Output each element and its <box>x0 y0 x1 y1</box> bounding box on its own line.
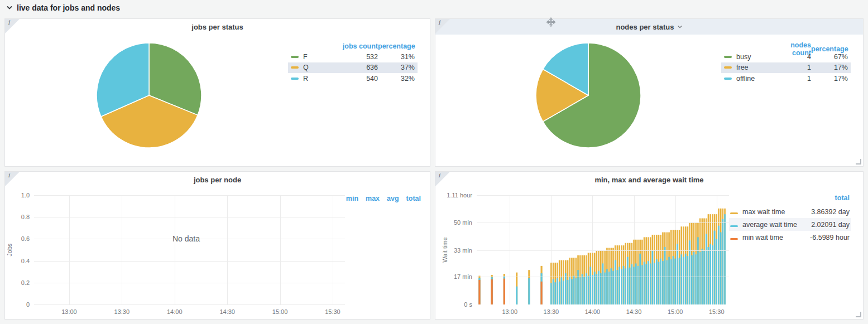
gridline <box>34 283 345 283</box>
legend-link-max[interactable]: max <box>366 195 380 202</box>
series-color-dash-icon <box>730 212 738 214</box>
x-tick-label: 13:00 <box>61 308 77 315</box>
bar-avg <box>703 250 705 304</box>
bar-avg <box>716 239 717 304</box>
bar-avg <box>583 277 585 304</box>
series-name[interactable]: max wait time <box>742 208 811 216</box>
series-color-dash-icon <box>730 238 738 240</box>
series-name[interactable]: average wait time <box>742 221 811 229</box>
bar-avg <box>579 277 581 304</box>
legend-row-F[interactable]: F53231% <box>288 51 418 62</box>
legend-link-total[interactable]: total <box>406 195 421 202</box>
legend-series-label[interactable]: R <box>291 75 338 83</box>
panel-info-corner-icon[interactable]: i <box>5 19 20 33</box>
bar-avg <box>656 259 658 304</box>
panel-title-nodes-per-status[interactable]: nodes per status <box>616 23 674 31</box>
legend-row-max-wait-time[interactable]: max wait time3.86392 day <box>729 205 851 218</box>
bar-avg <box>654 263 655 304</box>
bar-min <box>540 282 542 304</box>
bar-avg <box>639 254 641 304</box>
bar-avg <box>598 271 600 304</box>
nodes-per-status-pie-chart[interactable] <box>535 42 641 148</box>
legend-series-label[interactable]: F <box>291 53 338 61</box>
bar-avg <box>557 278 558 304</box>
series-color-dash-icon <box>724 78 732 80</box>
legend-series-label[interactable]: busy <box>724 53 771 61</box>
bar-avg <box>600 273 602 304</box>
panel-menu-chevron-icon[interactable] <box>677 24 683 30</box>
row-header-live-data[interactable]: live data for jobs and nodes <box>0 0 120 16</box>
bar-avg <box>646 264 648 304</box>
legend-link-min[interactable]: min <box>346 195 358 202</box>
bar-avg <box>718 226 720 304</box>
bar-avg <box>623 266 625 304</box>
series-percentage: 67% <box>811 53 848 61</box>
panel-wait-time: i min, max and average wait time Wait ti… <box>435 171 864 320</box>
series-name: free <box>736 64 749 71</box>
panel-header: jobs per status <box>5 19 430 35</box>
jobs-per-status-legend: jobs countpercentageF53231%Q63637%R54032… <box>288 41 418 84</box>
legend-row-offline[interactable]: offline117% <box>721 73 851 84</box>
legend-column-header[interactable]: total <box>729 194 851 205</box>
y-tick-label: 17 min <box>439 273 472 280</box>
bar-avg <box>565 273 567 304</box>
panel-resize-handle[interactable] <box>856 312 861 317</box>
legend-row-free[interactable]: free117% <box>721 62 851 74</box>
series-count: 1 <box>771 75 811 83</box>
panel-info-corner-icon[interactable]: i <box>435 19 450 33</box>
bar-min <box>478 280 480 304</box>
x-tick-label: 14:00 <box>585 308 601 315</box>
gridline <box>34 195 345 196</box>
gridline <box>280 195 281 304</box>
series-total-value: -6.5989 hour <box>810 234 850 241</box>
legend-row-R[interactable]: R54032% <box>288 73 418 84</box>
bar-avg <box>644 262 645 304</box>
series-color-dash-icon <box>724 56 732 58</box>
panel-resize-handle[interactable] <box>856 159 861 165</box>
y-tick-label: 0 <box>5 301 30 308</box>
panel-jobs-per-node: i jobs per node minmaxavgtotal Jobs 1.00… <box>4 171 430 320</box>
jobs-per-status-pie-chart[interactable] <box>96 42 202 148</box>
panel-header: nodes per status <box>435 19 863 35</box>
bar-avg <box>720 233 722 304</box>
panel-info-corner-icon[interactable]: i <box>435 172 450 186</box>
legend-column-header[interactable]: jobs count <box>338 42 378 50</box>
legend-row-min-wait-time[interactable]: min wait time-6.5989 hour <box>729 231 851 244</box>
bar-avg <box>648 261 649 304</box>
legend-series-label[interactable]: offline <box>724 75 771 83</box>
legend-series-label[interactable]: Q <box>291 64 338 71</box>
bar-avg <box>722 219 724 304</box>
bar-avg <box>706 234 707 304</box>
bar-avg <box>559 282 560 304</box>
gridline <box>122 195 122 304</box>
series-name[interactable]: min wait time <box>742 234 810 241</box>
y-tick-label: 0 s <box>439 301 472 308</box>
gridline <box>477 223 729 223</box>
gridline <box>175 195 175 304</box>
series-count: 1 <box>771 64 811 71</box>
legend-row-Q[interactable]: Q63637% <box>288 62 418 74</box>
y-tick-label: 0.4 <box>5 258 30 264</box>
bar-avg <box>563 281 564 304</box>
bar-avg <box>602 263 604 304</box>
x-tick-label: 13:30 <box>114 308 130 315</box>
bar-avg <box>621 269 622 304</box>
gridline <box>477 277 729 277</box>
panel-title-wait-time[interactable]: min, max and average wait time <box>594 176 703 184</box>
legend-column-header[interactable]: percentage <box>378 42 415 50</box>
gridline <box>34 261 345 262</box>
legend-column-header[interactable]: percentage <box>811 45 848 53</box>
legend-row-busy[interactable]: busy467% <box>721 51 851 62</box>
y-axis-label-jobs: Jobs <box>6 243 13 256</box>
panel-info-corner-icon[interactable]: i <box>5 172 20 186</box>
y-tick-label: 1.11 hour <box>439 192 472 199</box>
move-cursor-icon[interactable] <box>545 17 557 31</box>
panel-title-jobs-per-status[interactable]: jobs per status <box>191 23 243 31</box>
bar-avg <box>629 268 631 304</box>
bar-avg <box>582 274 583 304</box>
panel-title-jobs-per-node[interactable]: jobs per node <box>194 176 241 184</box>
legend-row-average-wait-time[interactable]: average wait time2.02091 day <box>729 218 851 231</box>
legend-link-avg[interactable]: avg <box>387 195 399 202</box>
legend-series-label[interactable]: free <box>724 64 771 71</box>
bar-avg <box>589 267 591 304</box>
